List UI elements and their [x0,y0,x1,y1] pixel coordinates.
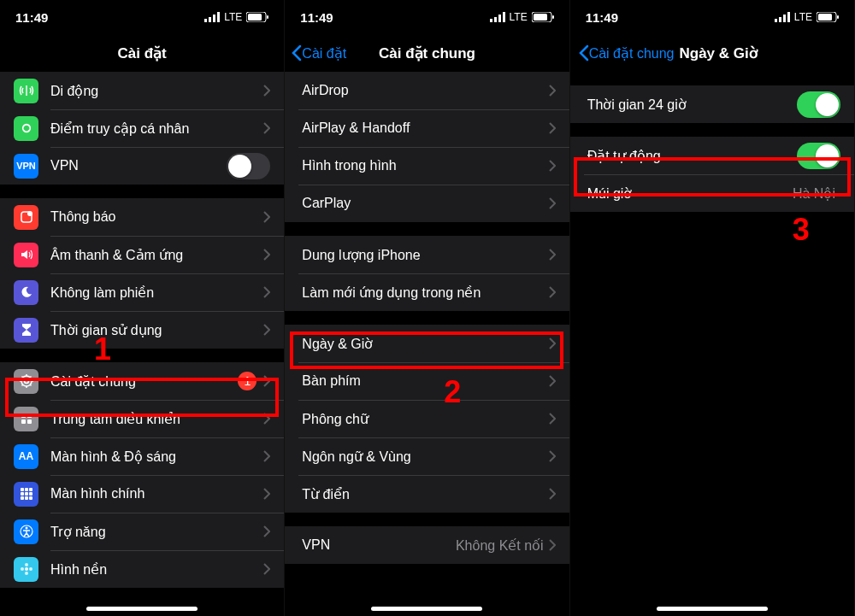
home-indicator[interactable] [657,607,768,611]
sliders-icon [14,407,38,431]
row-carplay[interactable]: CarPlay [285,185,569,222]
row-accessibility[interactable]: Trợ năng [0,513,284,550]
phone-datetime: 11:49 LTE Cài đặt chung Ngày & Giờ Thời … [570,0,855,616]
row-display[interactable]: AA Màn hình & Độ sáng [0,437,284,475]
row-cellular[interactable]: Di động [0,72,284,109]
chevron-right-icon [549,539,556,551]
row-hotspot[interactable]: Điểm truy cập cá nhân [0,109,284,147]
row-set-auto[interactable]: Đặt tự động [570,137,854,174]
row-label: Điểm truy cập cá nhân [50,120,263,137]
row-pip[interactable]: Hình trong hình [285,147,569,185]
link-icon [14,116,38,141]
svg-rect-39 [779,17,781,22]
row-fonts[interactable]: Phông chữ [285,400,569,437]
row-vpn[interactable]: VPN Không Kết nối [285,526,569,564]
row-label: Cài đặt chung [50,373,238,390]
toggle-24h[interactable] [797,91,840,118]
row-label: Dung lượng iPhone [302,247,548,263]
svg-rect-43 [818,14,832,21]
row-sounds[interactable]: Âm thanh & Cảm ứng [0,236,284,273]
row-label: Thời gian 24 giờ [587,97,797,113]
chevron-right-icon [549,197,556,209]
svg-point-25 [25,527,27,530]
row-label: AirDrop [302,83,548,98]
svg-rect-11 [21,414,26,418]
row-background-refresh[interactable]: Làm mới ứng dụng trong nền [285,273,569,311]
phone-settings: 11:49 LTE Cài đặt Di động Điểm truy cập … [0,0,285,616]
row-airplay[interactable]: AirPlay & Handoff [285,109,569,147]
svg-rect-14 [27,419,32,424]
home-indicator[interactable] [86,607,198,611]
network-label: LTE [224,11,242,23]
chevron-right-icon [549,286,556,298]
annotation-number-3: 3 [793,212,810,248]
row-dictionary[interactable]: Từ điển [285,475,569,513]
gear-icon [14,369,38,394]
svg-rect-36 [534,14,547,21]
flower-icon [14,557,38,582]
phone-general: 11:49 LTE Cài đặt Cài đặt chung AirDrop … [285,0,569,616]
row-vpn[interactable]: VPN VPN [0,147,284,185]
status-bar: 11:49 LTE [0,0,284,34]
row-language[interactable]: Ngôn ngữ & Vùng [285,437,569,475]
back-button[interactable]: Cài đặt chung [579,44,675,62]
row-value: Hà Nội [793,185,835,202]
row-airdrop[interactable]: AirDrop [285,72,569,109]
general-list[interactable]: AirDrop AirPlay & Handoff Hình trong hìn… [285,72,569,616]
row-label: Di động [50,83,263,99]
datetime-list[interactable]: Thời gian 24 giờ Đặt tự động Múi giờ Hà … [570,72,854,616]
svg-rect-6 [267,15,268,19]
row-value: Không Kết nối [456,537,544,554]
chevron-right-icon [549,375,556,387]
row-home-screen[interactable]: Màn hình chính [0,475,284,513]
back-label: Cài đặt chung [589,45,675,62]
vpn-icon: VPN [14,154,38,179]
home-indicator[interactable] [371,607,482,611]
svg-rect-3 [217,12,220,22]
row-notifications[interactable]: Thông báo [0,198,284,236]
svg-point-30 [29,567,32,571]
row-label: Múi giờ [587,185,793,202]
row-label: Đặt tự động [587,148,797,164]
svg-rect-15 [21,488,24,491]
toggle-auto[interactable] [797,143,840,169]
battery-icon [817,12,839,22]
svg-rect-44 [837,15,839,19]
settings-list[interactable]: Di động Điểm truy cập cá nhân VPN VPN Th… [0,72,284,616]
row-label: Màn hình & Độ sáng [50,449,263,465]
row-general[interactable]: Cài đặt chung 1 [0,362,284,400]
row-wallpaper[interactable]: Hình nền [0,550,284,588]
row-label: Từ điển [302,486,548,502]
row-timezone[interactable]: Múi giờ Hà Nội [570,174,854,212]
annotation-number-2: 2 [444,374,461,410]
signal-icon [490,12,505,22]
page-title: Cài đặt chung [379,44,475,62]
row-control-center[interactable]: Trung tâm điều khiển [0,400,284,437]
svg-point-8 [27,211,32,216]
svg-rect-23 [29,496,32,500]
row-screentime[interactable]: Thời gian sử dụng [0,311,284,349]
row-label: AirPlay & Handoff [302,120,548,136]
battery-icon [532,12,554,22]
back-button[interactable]: Cài đặt [292,44,346,62]
bell-icon [14,205,38,230]
row-storage[interactable]: Dung lượng iPhone [285,236,569,273]
chevron-right-icon [263,525,270,537]
nav-header: Cài đặt Cài đặt chung [285,34,569,72]
row-dnd[interactable]: Không làm phiền [0,273,284,311]
row-24h[interactable]: Thời gian 24 giờ [570,85,854,123]
svg-rect-41 [787,12,790,22]
chevron-right-icon [549,249,556,261]
vpn-toggle[interactable] [227,153,270,179]
svg-rect-18 [21,492,24,496]
row-datetime[interactable]: Ngày & Giờ [285,325,569,362]
chevron-left-icon [292,44,302,62]
row-label: VPN [302,537,456,553]
row-label: Ngôn ngữ & Vùng [302,449,548,465]
svg-rect-0 [204,19,207,22]
chevron-right-icon [549,413,556,425]
row-keyboard[interactable]: Bàn phím [285,362,569,400]
network-label: LTE [794,11,812,23]
row-label: Phông chữ [302,411,548,427]
back-label: Cài đặt [302,45,346,62]
